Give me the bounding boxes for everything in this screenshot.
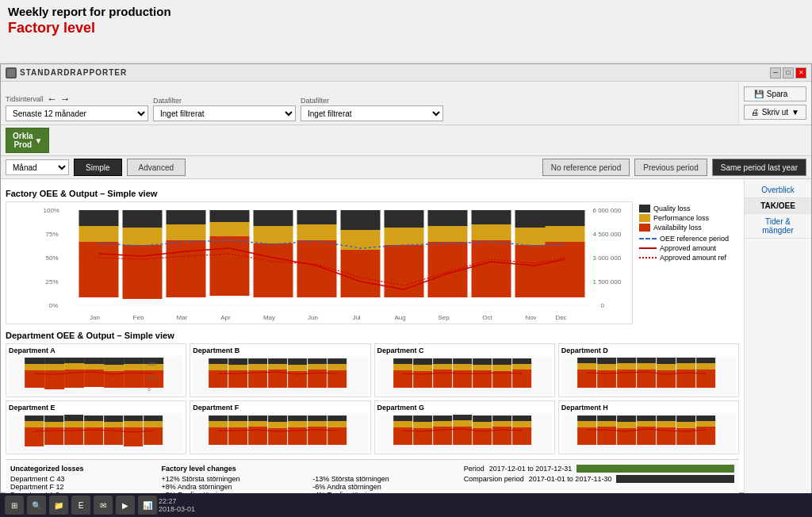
svg-text:Oct: Oct xyxy=(482,314,492,321)
tab-overblick[interactable]: Overblick xyxy=(745,182,811,198)
svg-text:1 500 000: 1 500 000 xyxy=(593,278,622,285)
minimize-button[interactable]: ─ xyxy=(770,67,781,79)
save-button[interactable]: 💾 Spara xyxy=(744,86,806,101)
svg-rect-45 xyxy=(297,240,337,297)
svg-rect-24 xyxy=(428,210,468,226)
dept-c-area xyxy=(377,356,552,394)
comparison-bar xyxy=(616,475,734,483)
svg-rect-90 xyxy=(248,358,267,364)
dept-e-area xyxy=(9,413,183,451)
print-icon: 🖨 xyxy=(751,108,759,117)
dept-f-chart: Department F xyxy=(190,400,370,454)
svg-rect-177 xyxy=(308,416,327,421)
change-neg-0: -13% Största störningen xyxy=(312,475,448,483)
svg-rect-75 xyxy=(104,365,124,371)
svg-rect-207 xyxy=(393,427,412,445)
svg-rect-160 xyxy=(64,421,83,427)
svg-rect-142 xyxy=(676,363,695,370)
svg-rect-149 xyxy=(676,370,695,388)
svg-rect-107 xyxy=(308,370,327,388)
uncategorized-item-1: Department F 12 xyxy=(10,483,146,491)
svg-rect-43 xyxy=(210,236,250,296)
svg-rect-139 xyxy=(617,363,636,370)
svg-rect-219 xyxy=(676,416,695,422)
svg-rect-72 xyxy=(44,364,64,370)
svg-rect-217 xyxy=(637,416,656,421)
no-reference-button[interactable]: No reference period xyxy=(542,159,630,176)
svg-rect-91 xyxy=(268,358,287,364)
svg-rect-49 xyxy=(472,240,511,297)
svg-rect-224 xyxy=(637,421,656,427)
svg-rect-39 xyxy=(546,226,585,242)
svg-rect-197 xyxy=(473,416,492,422)
svg-rect-196 xyxy=(453,415,472,420)
svg-rect-113 xyxy=(473,358,492,365)
svg-rect-136 xyxy=(696,358,715,363)
svg-rect-40 xyxy=(79,242,119,297)
svg-rect-212 xyxy=(492,427,511,445)
datafilter2-label: Datafilter xyxy=(301,97,443,105)
svg-rect-143 xyxy=(696,363,715,370)
svg-rect-200 xyxy=(393,421,412,427)
close-button[interactable]: ✕ xyxy=(795,67,806,79)
svg-rect-68 xyxy=(104,358,124,365)
svg-rect-148 xyxy=(657,370,676,388)
taskbar-icon-1[interactable]: 📁 xyxy=(49,496,68,515)
svg-rect-20 xyxy=(254,210,293,226)
same-period-button[interactable]: Same period last year xyxy=(712,159,806,176)
svg-rect-130 xyxy=(577,358,596,363)
svg-rect-123 xyxy=(393,370,412,388)
taskbar-icon-4[interactable]: ▶ xyxy=(116,496,135,515)
svg-rect-201 xyxy=(413,422,432,428)
svg-rect-129 xyxy=(512,370,531,388)
tab-tider-mangder[interactable]: Tider & mängder xyxy=(745,214,811,239)
tab-tak-oee[interactable]: TAK/OEE xyxy=(745,198,811,214)
svg-text:3 000 000: 3 000 000 xyxy=(593,255,622,262)
taskbar-icon-5[interactable]: 📊 xyxy=(138,496,157,515)
dept-f-title: Department F xyxy=(193,404,367,412)
svg-text:25%: 25% xyxy=(46,278,59,285)
svg-rect-121 xyxy=(492,365,511,371)
dropdown-icon: ▼ xyxy=(35,136,43,145)
maximize-button[interactable]: □ xyxy=(783,67,794,79)
svg-rect-23 xyxy=(385,210,424,228)
search-taskbar[interactable]: 🔍 xyxy=(27,496,46,515)
simple-view-button[interactable]: Simple xyxy=(74,159,122,176)
orkla-prod-button[interactable]: OrklaProd ▼ xyxy=(6,128,49,153)
svg-rect-206 xyxy=(512,421,531,427)
svg-rect-30 xyxy=(167,224,206,240)
svg-rect-110 xyxy=(413,358,432,365)
tidsintervall-select[interactable]: Senaste 12 månader xyxy=(6,105,148,121)
print-button[interactable]: 🖨 Skriv ut ▼ xyxy=(744,105,806,120)
period-select[interactable]: Månad xyxy=(6,159,69,175)
svg-rect-173 xyxy=(228,416,247,421)
svg-rect-78 xyxy=(25,370,44,388)
svg-rect-154 xyxy=(84,416,103,421)
svg-rect-19 xyxy=(210,210,250,222)
svg-rect-150 xyxy=(696,370,715,388)
svg-rect-36 xyxy=(428,226,468,242)
svg-rect-29 xyxy=(123,228,163,245)
svg-rect-225 xyxy=(657,421,676,427)
svg-rect-188 xyxy=(248,427,267,445)
taskbar-icon-2[interactable]: E xyxy=(71,496,90,515)
svg-rect-221 xyxy=(577,421,596,427)
datafilter2-select[interactable]: Inget filtrerat xyxy=(301,105,443,121)
taskbar-sys: 22:27 2018-03-01 xyxy=(159,497,195,513)
svg-rect-161 xyxy=(84,421,103,427)
svg-rect-229 xyxy=(597,427,616,445)
datafilter1-select[interactable]: Inget filtrerat xyxy=(153,105,296,121)
svg-rect-199 xyxy=(512,416,531,421)
advanced-view-button[interactable]: Advanced xyxy=(127,159,186,176)
previous-period-button[interactable]: Previous period xyxy=(634,159,707,176)
svg-text:100: 100 xyxy=(147,376,156,381)
title-bar-left: STANDARDRAPPORTER xyxy=(6,67,127,79)
start-button[interactable]: ⊞ xyxy=(5,496,24,515)
svg-rect-162 xyxy=(104,422,123,427)
dept-a-title: Department A xyxy=(9,347,183,354)
svg-rect-64 xyxy=(25,358,44,364)
svg-rect-195 xyxy=(433,416,452,421)
svg-rect-218 xyxy=(657,416,676,421)
svg-rect-223 xyxy=(617,422,636,428)
taskbar-icon-3[interactable]: ✉ xyxy=(94,496,113,515)
